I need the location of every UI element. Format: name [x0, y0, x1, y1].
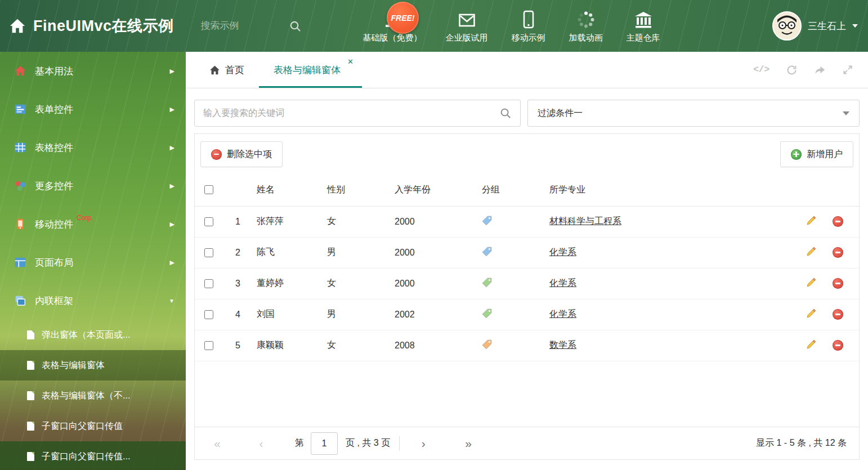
- major-link[interactable]: 化学系: [549, 278, 576, 288]
- nav-enterprise-trial[interactable]: 企业版试用: [434, 8, 500, 43]
- sidebar-subitem-child-to-parent-2[interactable]: 子窗口向父窗口传值...: [0, 441, 186, 470]
- first-page-button[interactable]: «: [208, 437, 226, 450]
- delete-icon[interactable]: [833, 340, 843, 351]
- sidebar-item-form-controls[interactable]: 表单控件 ▶: [0, 90, 186, 128]
- tag-icon: [482, 308, 492, 321]
- cell-gender: 女: [327, 206, 395, 237]
- last-page-button[interactable]: »: [459, 437, 477, 450]
- file-icon: [27, 361, 34, 370]
- delete-icon[interactable]: [833, 247, 843, 258]
- delete-selected-button[interactable]: 删除选中项: [200, 141, 283, 167]
- delete-icon[interactable]: [833, 216, 843, 227]
- next-page-button[interactable]: ›: [414, 437, 432, 450]
- major-link[interactable]: 材料科学与工程系: [549, 216, 621, 226]
- maximize-icon[interactable]: [842, 64, 853, 75]
- filter-dropdown[interactable]: 过滤条件一: [527, 100, 860, 127]
- major-link[interactable]: 数学系: [549, 340, 576, 350]
- add-user-label: 新增用户: [807, 149, 843, 160]
- sidebar-subitem-popup-window[interactable]: 弹出窗体（本页面或...: [0, 320, 186, 350]
- nav-theme-store[interactable]: 主题仓库: [615, 8, 672, 43]
- prev-page-button[interactable]: ‹: [252, 437, 270, 450]
- sidebar-subitem-label: 子窗口向父窗口传值...: [42, 451, 130, 463]
- tag-icon: [482, 277, 492, 290]
- tab-home[interactable]: 首页: [203, 52, 251, 88]
- column-header-name: 姓名: [257, 174, 327, 206]
- sidebar-subitem-grid-edit-window[interactable]: 表格与编辑窗体: [0, 350, 186, 381]
- filter-dropdown-value: 过滤条件一: [538, 108, 583, 119]
- header-search: [201, 20, 302, 33]
- table-row[interactable]: 1 张萍萍 女 2000 材料科学与工程系: [195, 206, 859, 237]
- row-checkbox[interactable]: [204, 279, 213, 288]
- column-header-gender: 性别: [327, 174, 395, 206]
- refresh-icon[interactable]: [786, 64, 798, 76]
- user-menu[interactable]: 三生石上: [772, 11, 858, 41]
- user-name: 三生石上: [808, 20, 846, 33]
- chevron-down-icon: [843, 111, 849, 115]
- tab-label: 首页: [225, 64, 244, 77]
- search-icon[interactable]: [289, 20, 302, 33]
- sidebar-subitem-label: 表格与编辑窗体（不...: [42, 390, 130, 402]
- row-number: 5: [227, 330, 257, 361]
- table-row[interactable]: 2 陈飞 男 2000 化学系: [195, 237, 859, 268]
- edit-icon[interactable]: [806, 339, 817, 352]
- sidebar-item-mobile-controls[interactable]: 移动控件 Corp. ▶: [0, 205, 186, 243]
- edit-icon[interactable]: [806, 277, 817, 290]
- sidebar-subitem-label: 表格与编辑窗体: [42, 360, 105, 371]
- sidebar-item-more-controls[interactable]: 更多控件 ▶: [0, 167, 186, 205]
- table-row[interactable]: 3 董婷婷 女 2000 化学系: [195, 268, 859, 299]
- file-icon: [27, 452, 34, 461]
- table-row[interactable]: 5 康颖颖 女 2008 数学系: [195, 330, 859, 361]
- search-icon[interactable]: [499, 107, 512, 119]
- form-icon: [14, 103, 27, 115]
- grid-toolbar: 删除选中项 新增用户: [195, 134, 859, 174]
- code-icon[interactable]: </>: [753, 65, 769, 75]
- row-checkbox[interactable]: [204, 248, 213, 257]
- nav-label: 移动示例: [512, 33, 545, 43]
- add-user-button[interactable]: 新增用户: [780, 141, 853, 167]
- row-checkbox[interactable]: [204, 341, 213, 350]
- edit-icon[interactable]: [806, 246, 817, 259]
- home-icon: [209, 65, 220, 75]
- cell-name: 刘国: [257, 299, 327, 330]
- sidebar-item-label: 基本用法: [35, 65, 73, 78]
- sidebar-item-grid-controls[interactable]: 表格控件 ▶: [0, 128, 186, 167]
- row-checkbox[interactable]: [204, 310, 213, 319]
- column-header-year: 入学年份: [395, 174, 482, 206]
- page-number-input[interactable]: [311, 432, 338, 455]
- close-icon[interactable]: ✕: [347, 58, 354, 65]
- sidebar-subitem-grid-edit-window-2[interactable]: 表格与编辑窗体（不...: [0, 381, 186, 411]
- sidebar-item-basic-usage[interactable]: 基本用法 ▶: [0, 52, 186, 90]
- edit-icon[interactable]: [806, 215, 817, 229]
- table-row[interactable]: 4 刘国 男 2002 化学系: [195, 299, 859, 330]
- sidebar-subitem-child-to-parent[interactable]: 子窗口向父窗口传值: [0, 411, 186, 441]
- select-all-checkbox[interactable]: [204, 185, 213, 194]
- sidebar-item-inline-frame[interactable]: 内联框架 ▼: [0, 281, 186, 320]
- spinner-icon: [577, 8, 595, 29]
- row-checkbox[interactable]: [204, 217, 213, 226]
- edit-icon[interactable]: [806, 308, 817, 321]
- file-icon: [27, 330, 34, 339]
- table-icon: [14, 141, 27, 154]
- chevron-right-icon: ▶: [170, 182, 175, 190]
- avatar[interactable]: [772, 11, 802, 41]
- cell-name: 陈飞: [257, 237, 327, 268]
- major-link[interactable]: 化学系: [549, 247, 576, 257]
- brand[interactable]: FineUIMvc在线示例: [9, 16, 174, 36]
- sidebar-subitem-label: 弹出窗体（本页面或...: [42, 329, 130, 341]
- delete-icon[interactable]: [833, 309, 843, 320]
- main-content: 首页 表格与编辑窗体 ✕ </>: [186, 52, 868, 470]
- delete-icon[interactable]: [833, 278, 843, 289]
- major-link[interactable]: 化学系: [549, 309, 576, 319]
- tab-grid-edit-window[interactable]: 表格与编辑窗体 ✕: [259, 52, 362, 88]
- delete-selected-label: 删除选中项: [227, 149, 272, 160]
- nav-mobile-demo[interactable]: 移动示例: [500, 8, 557, 43]
- forward-icon[interactable]: [814, 64, 826, 76]
- nav-loading-animation[interactable]: 加载动画: [557, 8, 615, 43]
- keyword-search-input[interactable]: [203, 108, 499, 118]
- row-number: 3: [227, 268, 257, 299]
- cell-year: 2008: [395, 330, 482, 361]
- home-icon[interactable]: [9, 17, 26, 34]
- app-title: FineUIMvc在线示例: [33, 16, 174, 36]
- sidebar-item-page-layout[interactable]: 页面布局 ▶: [0, 243, 186, 281]
- header-search-input[interactable]: [201, 20, 285, 32]
